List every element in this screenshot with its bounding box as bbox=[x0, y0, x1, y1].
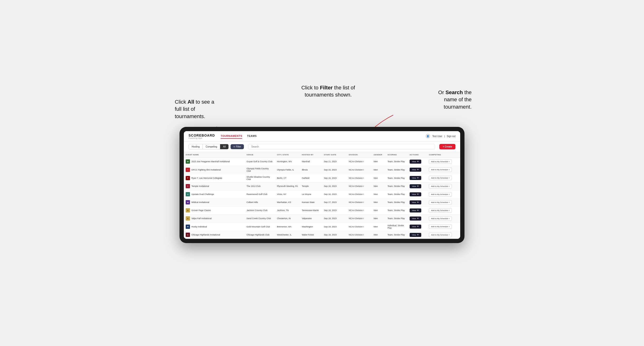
filter-label: Filter bbox=[236, 145, 241, 148]
annotation-all: Click All to see a full list of tourname… bbox=[175, 98, 222, 120]
team-logo-6: G bbox=[186, 208, 190, 212]
division-cell-3: NCAA Division I bbox=[347, 182, 372, 190]
col-header-date: START DATE bbox=[322, 152, 347, 158]
venue-cell-2: Shuttle Meadow Country Club bbox=[244, 174, 275, 182]
add-schedule-button-3[interactable]: Add to My Schedule + bbox=[429, 184, 452, 188]
competing-cell-9: Add to My Schedule + bbox=[427, 231, 460, 239]
tablet-screen: SCOREBOARD Powered by clippd TOURNAMENTS… bbox=[184, 131, 460, 239]
view-button-7[interactable]: View 👁 bbox=[410, 216, 421, 220]
col-header-hosted: HOSTED BY bbox=[300, 152, 322, 158]
view-label-6: View bbox=[412, 209, 416, 211]
add-schedule-button-5[interactable]: Add to My Schedule + bbox=[429, 200, 452, 205]
table-row: F Ryan T. Lee Memorial Collegiate Shuttl… bbox=[184, 174, 460, 182]
event-name-6: Grover Page Classic bbox=[192, 209, 211, 211]
nav-tab-teams[interactable]: TEAMS bbox=[247, 134, 257, 139]
add-schedule-button-6[interactable]: Add to My Schedule + bbox=[429, 208, 452, 213]
venue-cell-1: Olympia Fields Country Club bbox=[244, 166, 275, 174]
annotation-filter: Click to Filter the list oftournaments s… bbox=[288, 84, 368, 99]
table-row: C Chicago Highlands Invitational Chicago… bbox=[184, 231, 460, 239]
view-button-9[interactable]: View 👁 bbox=[410, 233, 421, 237]
view-button-2[interactable]: View 👁 bbox=[410, 176, 421, 180]
scoring-cell-2: Team, Stroke Play bbox=[386, 174, 408, 182]
table-row: G Grover Page Classic Jackson Country Cl… bbox=[184, 206, 460, 214]
eye-icon-1: 👁 bbox=[417, 169, 419, 171]
eye-icon-5: 👁 bbox=[417, 201, 419, 203]
add-schedule-button-2[interactable]: Add to My Schedule + bbox=[429, 176, 452, 180]
date-cell-6: Sep 18, 2023 bbox=[322, 206, 347, 214]
view-label-2: View bbox=[412, 177, 416, 179]
venue-cell-3: The 1912 Club bbox=[244, 182, 275, 190]
competing-cell-0: Add to My Schedule + bbox=[427, 158, 460, 166]
col-header-gender: GENDER bbox=[372, 152, 386, 158]
view-button-6[interactable]: View 👁 bbox=[410, 208, 421, 212]
city-cell-0: Huntington, WV bbox=[275, 158, 300, 166]
add-schedule-button-0[interactable]: Add to My Schedule + bbox=[429, 159, 452, 164]
nav-tab-tournaments[interactable]: TOURNAMENTS bbox=[220, 134, 242, 139]
hosting-button[interactable]: Hosting bbox=[189, 144, 203, 149]
division-cell-8: NCAA Division I bbox=[347, 222, 372, 231]
event-name-8: Husky Individual bbox=[192, 225, 207, 228]
view-button-8[interactable]: View 👁 bbox=[410, 225, 421, 229]
search-input[interactable] bbox=[248, 144, 435, 149]
team-logo-5: W bbox=[186, 200, 190, 204]
actions-cell-6: View 👁 bbox=[408, 206, 427, 214]
event-name-9: Chicago Highlands Invitational bbox=[192, 234, 220, 236]
actions-cell-5: View 👁 bbox=[408, 198, 427, 206]
competing-button[interactable]: Competing bbox=[203, 144, 220, 149]
add-schedule-button-8[interactable]: Add to My Schedule + bbox=[429, 224, 452, 229]
add-schedule-button-7[interactable]: Add to My Schedule + bbox=[429, 216, 452, 221]
division-cell-7: NCAA Division I bbox=[347, 214, 372, 222]
division-cell-1: NCAA Division I bbox=[347, 166, 372, 174]
col-header-actions: ACTIONS bbox=[408, 152, 427, 158]
view-button-5[interactable]: View 👁 bbox=[410, 200, 421, 204]
date-cell-3: Sep 16, 2023 bbox=[322, 182, 347, 190]
annotation-search: Or Search thename of thetournament. bbox=[410, 89, 472, 111]
hosted-cell-1: Illinois bbox=[300, 166, 322, 174]
division-cell-0: NCAA Division I bbox=[347, 158, 372, 166]
scoring-cell-8: Individual, Stroke Play bbox=[386, 222, 408, 231]
view-button-3[interactable]: View 👁 bbox=[410, 184, 421, 188]
table-body: M 2023 Joe Feaganes Marshall Invitationa… bbox=[184, 158, 460, 239]
add-schedule-button-9[interactable]: Add to My Schedule + bbox=[429, 233, 452, 237]
date-cell-8: Sep 18, 2023 bbox=[322, 222, 347, 231]
venue-cell-6: Jackson Country Club bbox=[244, 206, 275, 214]
venue-cell-9: Chicago Highlands Club bbox=[244, 231, 275, 239]
actions-cell-7: View 👁 bbox=[408, 214, 427, 222]
all-button[interactable]: All bbox=[220, 144, 228, 149]
eye-icon-8: 👁 bbox=[417, 225, 419, 228]
event-name-3: Temple Invitational bbox=[192, 185, 209, 187]
team-logo-0: M bbox=[186, 159, 190, 164]
view-button-4[interactable]: View 👁 bbox=[410, 192, 421, 196]
city-cell-7: Chesterton, IN bbox=[275, 214, 300, 222]
view-button-0[interactable]: View 👁 bbox=[410, 160, 421, 164]
actions-cell-3: View 👁 bbox=[408, 182, 427, 190]
team-logo-9: C bbox=[186, 233, 190, 237]
city-cell-5: Manhattan, KS bbox=[275, 198, 300, 206]
signout-link[interactable]: Sign out bbox=[447, 135, 456, 138]
division-cell-2: NCAA Division I bbox=[347, 174, 372, 182]
venue-cell-0: Guyan Golf & Country Club bbox=[244, 158, 275, 166]
header-right: 👤 Test User | Sign out bbox=[426, 134, 456, 139]
filter-button[interactable]: ≡ Filter bbox=[230, 144, 244, 149]
hosted-cell-6: Tennessee-Martin bbox=[300, 206, 322, 214]
filter-btn-group: Hosting Competing All bbox=[188, 144, 229, 149]
filter-icon: ≡ bbox=[234, 145, 235, 148]
add-schedule-button-4[interactable]: Add to My Schedule + bbox=[429, 192, 452, 197]
hosted-cell-2: Fairfield bbox=[300, 174, 322, 182]
venue-cell-5: Colbert Hills bbox=[244, 198, 275, 206]
scoring-cell-9: Team, Stroke Play bbox=[386, 231, 408, 239]
logo-title: SCOREBOARD bbox=[188, 134, 215, 137]
event-name-4: Upstate Dual Challenge bbox=[192, 193, 214, 195]
gender-cell-1: Men bbox=[372, 166, 386, 174]
venue-cell-8: Gold Mountain Golf Club bbox=[244, 222, 275, 231]
view-button-1[interactable]: View 👁 bbox=[410, 168, 421, 172]
create-button[interactable]: + Create bbox=[439, 144, 456, 149]
user-icon: 👤 bbox=[426, 134, 430, 139]
actions-cell-9: View 👁 bbox=[408, 231, 427, 239]
eye-icon-0: 👁 bbox=[417, 161, 419, 163]
table-row: T Temple Invitational The 1912 Club Plym… bbox=[184, 182, 460, 190]
eye-icon-2: 👁 bbox=[417, 177, 419, 179]
gender-cell-8: Men bbox=[372, 222, 386, 231]
add-schedule-button-1[interactable]: Add to My Schedule + bbox=[429, 168, 452, 172]
app-header: SCOREBOARD Powered by clippd TOURNAMENTS… bbox=[184, 131, 460, 142]
